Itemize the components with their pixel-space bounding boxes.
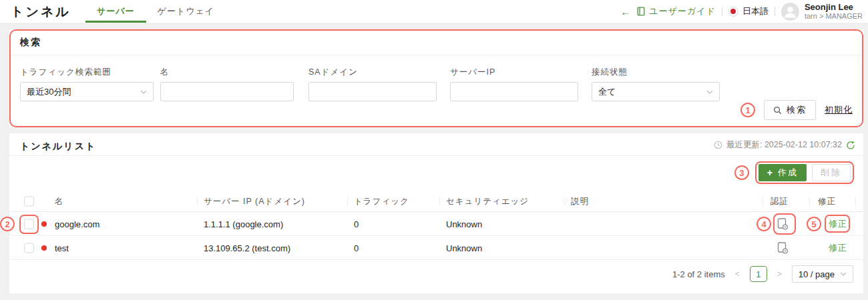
row-checkbox[interactable] [24,243,34,253]
create-button[interactable]: + 作成 [758,164,807,181]
column-separator [809,197,810,206]
column-auth: 認証 [771,195,789,207]
clock-icon [714,141,722,149]
traffic-range-value: 最近30分間 [27,86,71,98]
last-updated: 最近更新: 2025-02-12 10:07:32 [714,139,855,151]
next-page-icon[interactable]: > [776,269,783,279]
sa-domain-input-wrap [308,82,437,101]
column-separator [564,197,565,206]
sa-domain-input[interactable] [315,83,430,101]
cell-traffic: 0 [354,243,359,253]
row-checkbox[interactable] [24,219,34,229]
pagination-summary: 1-2 of 2 items [672,269,725,279]
top-bar-right: ← ユーザーガイド 日本語 Seonjin Lee tarn > MANAGE [620,0,863,23]
search-button-label: 検索 [787,104,807,116]
user-guide-link[interactable]: ユーザーガイド [636,5,716,17]
reset-link[interactable]: 初期化 [825,104,853,116]
user-name: Seonjin Lee [805,2,863,12]
top-bar: トンネル サーバー ゲートウェイ ← ユーザーガイド 日本語 [0,0,868,23]
conn-status-label: 接続状態 [592,67,720,78]
tab-server-label: サーバー [97,5,135,17]
japan-flag-icon [728,7,738,17]
tab-gateway[interactable]: ゲートウェイ [146,0,226,23]
name-field: 名 [160,67,294,101]
cell-name: google.com [55,219,99,229]
book-icon [636,7,646,16]
annotation-circle-2: 2 [0,217,15,231]
search-button[interactable]: 検索 [764,100,816,120]
page-number[interactable]: 1 [750,266,767,282]
column-separator [439,197,440,206]
back-arrow-icon[interactable]: ← [620,7,630,17]
refresh-icon[interactable] [846,141,855,150]
tunnel-page: トンネル サーバー ゲートウェイ ← ユーザーガイド 日本語 [0,0,868,300]
chevron-down-icon [140,90,147,94]
column-description: 説明 [571,195,589,207]
language-label: 日本語 [742,5,769,17]
name-input[interactable] [167,83,287,101]
edit-link[interactable]: 修正 [829,218,847,230]
edit-link[interactable]: 修正 [829,242,847,254]
traffic-range-field: トラフィック検索範囲 最近30分間 [20,67,154,101]
column-separator [763,197,763,206]
column-security-edge: セキュリティエッジ [446,195,529,207]
sa-domain-label: SAドメイン [308,67,437,78]
server-ip-input[interactable] [457,83,572,101]
page-title: トンネル [11,3,71,21]
chevron-down-icon [706,90,713,94]
table-row-test: test 13.109.65.2 (test.com) 0 Unknown 修正 [9,236,863,260]
page-size-value: 10 / page [799,269,835,279]
traffic-range-select[interactable]: 最近30分間 [20,82,154,101]
name-input-wrap [160,82,294,101]
auth-certificate-icon[interactable] [777,217,789,230]
tunnel-list-panel: トンネルリスト 最近更新: 2025-02-12 10:07:32 3 + 作成… [9,133,863,293]
cell-traffic: 0 [354,219,359,229]
last-updated-text: 最近更新: 2025-02-12 10:07:32 [726,139,842,151]
page-size-select[interactable]: 10 / page [792,265,853,283]
delete-button[interactable]: 削除 [812,164,851,181]
cell-security-edge: Unknown [446,243,482,253]
list-actions: 3 + 作成 削除 [734,161,854,184]
conn-status-value: 全て [598,86,616,98]
server-ip-input-wrap [450,82,578,101]
user-info: Seonjin Lee tarn > MANAGER [805,2,863,21]
chevron-down-icon [840,272,847,276]
annotation-frame-buttons: + 作成 削除 [755,161,854,184]
tab-server[interactable]: サーバー [85,0,146,23]
conn-status-select[interactable]: 全て [592,82,720,101]
cell-security-edge: Unknown [446,219,482,229]
create-button-label: 作成 [778,167,798,179]
search-actions: 1 検索 初期化 [740,100,853,120]
select-all-checkbox[interactable] [24,196,34,206]
language-selector[interactable]: 日本語 [728,5,769,17]
table-row-google: google.com 1.1.1.1 (google.com) 0 Unknow… [9,212,863,236]
traffic-range-label: トラフィック検索範囲 [20,67,154,78]
server-ip-field: サーバーIP [450,67,578,101]
pagination: 1-2 of 2 items < 1 > 10 / page [672,265,853,283]
column-separator [197,197,198,206]
search-panel: 検索 トラフィック検索範囲 最近30分間 名 SAドメイン サーバーIP [9,29,863,127]
column-separator [347,197,348,206]
table-header: 名 サーバー IP (Aドメイン) トラフィック セキュリティエッジ 説明 認証… [9,191,863,212]
cell-name: test [55,243,69,253]
sa-domain-field: SAドメイン [308,67,437,101]
annotation-circle-3: 3 [734,165,749,180]
server-ip-label: サーバーIP [450,67,578,78]
column-traffic: トラフィック [354,195,409,207]
status-dot-icon [41,245,47,251]
prev-page-icon[interactable]: < [734,269,741,279]
conn-status-field: 接続状態 全て [592,67,720,101]
auth-certificate-icon[interactable] [777,241,789,254]
column-edit: 修正 [818,195,836,207]
cell-server-ip: 13.109.65.2 (test.com) [204,243,290,253]
user-menu[interactable]: Seonjin Lee tarn > MANAGER [781,2,863,21]
column-server-ip: サーバー IP (Aドメイン) [204,195,305,207]
cell-server-ip: 1.1.1.1 (google.com) [204,219,283,229]
column-separator [855,197,856,206]
annotation-circle-5: 5 [807,217,821,231]
plus-icon: + [767,167,774,178]
name-label: 名 [160,67,294,78]
user-guide-label: ユーザーガイド [649,5,716,17]
tunnel-list-title: トンネルリスト [20,141,96,153]
annotation-circle-1: 1 [740,103,755,117]
